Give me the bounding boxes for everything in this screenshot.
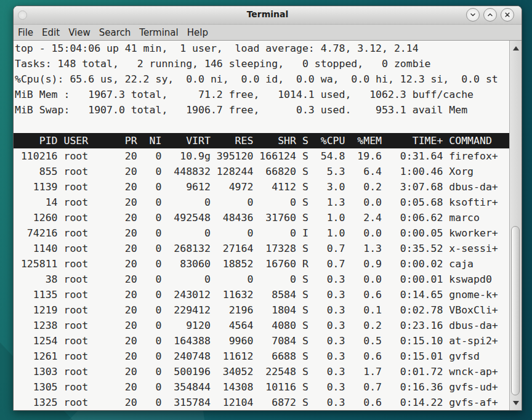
scroll-up-button[interactable]	[510, 43, 522, 53]
top-summary-line-4: MiB Mem : 1967.3 total, 71.2 free, 1014.…	[14, 87, 509, 102]
process-row: 38 root 20 0 0 0 0 S 0.3 0.0 0:00.01 ksw…	[14, 272, 509, 287]
menu-item-edit[interactable]: Edit	[38, 26, 64, 39]
process-row: 74216 root 20 0 0 0 0 I 1.0 0.0 0:00.05 …	[14, 225, 509, 241]
process-row: 1219 root 20 0 229412 2196 1804 S 0.3 0.…	[14, 302, 509, 318]
terminal-content: top - 15:04:06 up 41 min, 1 user, load a…	[14, 41, 522, 411]
process-row: 14 root 20 0 0 0 0 S 1.3 0.0 0:05.68 kso…	[14, 195, 509, 210]
maximize-button[interactable]	[483, 8, 497, 22]
process-row: 1238 root 20 0 9120 4564 4080 S 0.3 0.2 …	[14, 318, 509, 333]
window-controls	[466, 8, 514, 22]
menu-item-help[interactable]: Help	[183, 26, 212, 39]
scrollbar-thumb[interactable]	[511, 226, 520, 395]
process-row: 110216 root 20 0 10.9g 395120 166124 S 5…	[14, 148, 509, 164]
close-icon	[504, 11, 511, 18]
scroll-down-button[interactable]	[510, 398, 522, 408]
blank-line	[14, 118, 509, 133]
process-row: 1260 root 20 0 492548 48436 31760 S 1.0 …	[14, 210, 509, 225]
menu-item-terminal[interactable]: Terminal	[135, 26, 182, 39]
process-table-header: PID USER PR NI VIRT RES SHR S %CPU %MEM …	[14, 133, 509, 148]
chevron-up-icon	[486, 11, 494, 18]
top-summary-line-1: top - 15:04:06 up 41 min, 1 user, load a…	[14, 41, 509, 56]
process-row: 1140 root 20 0 268132 27164 17328 S 0.7 …	[14, 241, 509, 256]
scroll-up-arrow-icon	[513, 46, 519, 50]
minimize-button[interactable]	[466, 8, 480, 22]
window-title: Terminal	[14, 9, 522, 19]
process-row: 1139 root 20 0 9612 4972 4112 S 3.0 0.2 …	[14, 179, 509, 195]
desktop-background: Terminal FileEdit	[0, 0, 532, 420]
process-row: 1135 root 20 0 243012 11632 8584 S 0.3 0…	[14, 287, 509, 302]
menu-item-search[interactable]: Search	[95, 26, 135, 39]
top-summary-line-5: MiB Swap: 1907.0 total, 1906.7 free, 0.3…	[14, 102, 509, 118]
menu-item-file[interactable]: File	[14, 26, 38, 39]
process-row: 1261 root 20 0 240748 11612 6688 S 0.3 0…	[14, 349, 509, 364]
close-button[interactable]	[501, 8, 514, 22]
titlebar[interactable]: Terminal	[14, 6, 522, 25]
menubar: FileEditViewSearchTerminalHelp	[14, 25, 522, 41]
process-row: 1325 root 20 0 315784 12104 6872 S 0.3 0…	[14, 395, 509, 410]
process-row: 125811 root 20 0 83060 18852 16760 R 0.7…	[14, 256, 509, 272]
process-row: 1303 root 20 0 500196 34052 22548 S 0.3 …	[14, 364, 509, 379]
terminal-screen[interactable]: top - 15:04:06 up 41 min, 1 user, load a…	[14, 41, 509, 411]
scrollbar[interactable]	[509, 41, 522, 411]
top-summary-line-2: Tasks: 148 total, 2 running, 146 sleepin…	[14, 56, 509, 71]
process-row: 1254 root 20 0 164388 9960 7084 S 0.3 0.…	[14, 333, 509, 349]
process-row: 1305 root 20 0 354844 14308 10116 S 0.3 …	[14, 379, 509, 395]
process-row: 855 root 20 0 448832 128244 66820 S 5.3 …	[14, 164, 509, 179]
scroll-down-arrow-icon	[513, 401, 519, 405]
terminal-window: Terminal FileEdit	[13, 6, 522, 411]
top-summary-line-3: %Cpu(s): 65.6 us, 22.2 sy, 0.0 ni, 0.0 i…	[14, 71, 509, 87]
chevron-down-icon	[469, 11, 477, 18]
menu-item-view[interactable]: View	[64, 26, 95, 39]
